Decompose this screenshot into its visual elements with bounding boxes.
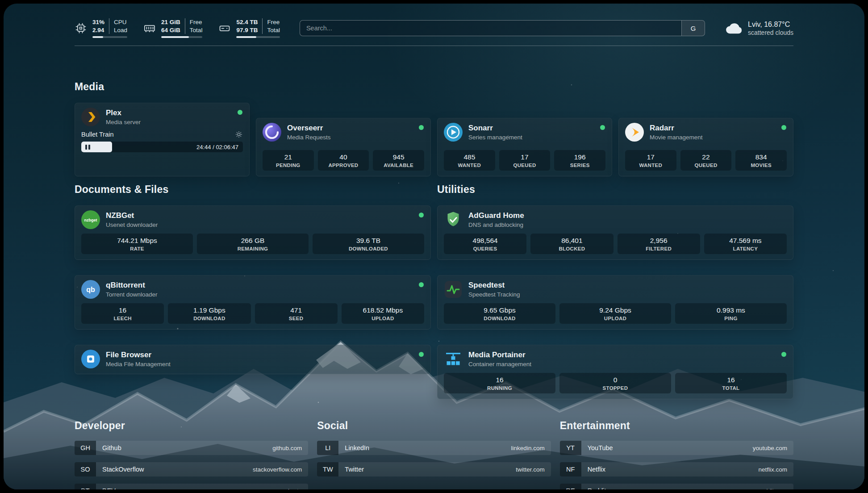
stat-label: RUNNING [487, 385, 512, 391]
service-subtitle: Speedtest Tracking [468, 291, 520, 298]
stat-label: AVAILABLE [384, 163, 413, 168]
bookmark-name: YouTube [588, 444, 613, 451]
plex-link[interactable]: Plex Media server [81, 108, 243, 126]
search-provider-button[interactable]: G [681, 21, 705, 36]
stat-label: SEED [289, 316, 304, 321]
nzbget-link[interactable]: nzbget NZBGet Usenet downloader [81, 210, 424, 229]
stat-label: FILTERED [646, 246, 672, 251]
stat: 21PENDING [263, 150, 314, 171]
playback-progress-bar[interactable]: 24:44 / 02:06:47 [81, 142, 243, 152]
stat: 498,564QUERIES [444, 234, 526, 254]
stat-label: SERIES [570, 163, 590, 168]
stat-value: 40 [339, 153, 347, 161]
stat-label: LEECH [113, 316, 131, 321]
card-plex: Plex Media server Bullet Train [75, 103, 250, 176]
stat: 744.21 MbpsRATE [81, 234, 193, 254]
media-card-grid: Plex Media server Bullet Train [75, 103, 793, 176]
stat-label: LATENCY [733, 246, 758, 251]
status-dot [419, 282, 424, 287]
stat-label: STOPPED [603, 385, 628, 391]
card-speedtest: Speedtest Speedtest Tracking 9.65 GbpsDO… [437, 275, 793, 330]
speedtest-icon [444, 280, 463, 299]
stat-value: 17 [647, 153, 655, 161]
overseerr-link[interactable]: Overseerr Media Requests [263, 123, 424, 142]
stat-value: 2,956 [650, 237, 668, 245]
stat-value: 485 [463, 153, 475, 161]
developer-column: Developer GH Github github.com SO StackO… [75, 420, 308, 489]
speedtest-link[interactable]: Speedtest Speedtest Tracking [444, 280, 787, 299]
section-title-utilities: Utilities [437, 184, 793, 196]
stat: 17WANTED [625, 150, 676, 171]
service-subtitle: Series management [468, 134, 522, 141]
stat-label: PENDING [276, 163, 300, 168]
bookmark-reddit[interactable]: RE Reddit reddit.com [560, 484, 793, 489]
stat: 0STOPPED [559, 373, 671, 393]
bookmark-netflix[interactable]: NF Netflix netflix.com [560, 462, 793, 476]
cpu-icon [75, 22, 87, 34]
bookmark-name: Twitter [345, 466, 364, 473]
bookmark-youtube[interactable]: YT YouTube youtube.com [560, 441, 793, 455]
stat: 485WANTED [444, 150, 495, 171]
bookmark-abbr: DT [75, 484, 96, 489]
card-sonarr: Sonarr Series management 485WANTED 17QUE… [437, 118, 612, 176]
portainer-link[interactable]: Media Portainer Container management [444, 350, 787, 368]
status-dot [781, 352, 786, 357]
bookmark-abbr: YT [560, 441, 581, 455]
stat-value: 744.21 Mbps [117, 237, 157, 245]
ram-total-label: Total [190, 26, 203, 34]
stat-value: 266 GB [241, 237, 265, 245]
stat-value: 1.19 Gbps [193, 306, 225, 314]
documents-column: Documents & Files nzbget NZBGet Usenet d… [75, 184, 431, 399]
cpu-widget: 31% 2.94 CPU Load [75, 18, 127, 38]
svg-text:qb: qb [86, 286, 95, 293]
pause-icon[interactable] [85, 145, 90, 150]
bookmark-name: StackOverflow [102, 466, 144, 473]
cpu-label: CPU [114, 18, 127, 26]
service-subtitle: Media File Management [106, 361, 171, 368]
stat-label: RATE [130, 246, 144, 251]
stat: 22QUEUED [680, 150, 732, 171]
search-input[interactable] [300, 21, 681, 36]
stat-label: APPROVED [329, 163, 359, 168]
stat: 40APPROVED [318, 150, 369, 171]
adguard-link[interactable]: AdGuard Home DNS and adblocking [444, 210, 787, 229]
bookmark-github[interactable]: GH Github github.com [75, 441, 308, 455]
stat-value: 9.24 Gbps [599, 306, 631, 314]
stat-value: 498,564 [473, 237, 498, 245]
social-column: Social LI LinkedIn linkedin.com TW Twitt… [317, 420, 551, 489]
section-title-media: Media [75, 81, 793, 93]
bookmark-linkedin[interactable]: LI LinkedIn linkedin.com [317, 441, 551, 455]
bookmark-stackoverflow[interactable]: SO StackOverflow stackoverflow.com [75, 462, 308, 476]
stat: 39.6 TBDOWNLOADED [313, 234, 424, 254]
bookmark-url: dev.to [286, 488, 302, 490]
stat-label: QUEUED [694, 163, 717, 168]
stat: 16TOTAL [675, 373, 787, 393]
service-name: Overseerr [287, 124, 331, 133]
stat: 1.19 GbpsDOWNLOAD [168, 303, 250, 324]
qbittorrent-link[interactable]: qb qBittorrent Torrent downloader [81, 280, 424, 299]
stat-label: PING [724, 316, 737, 321]
status-dot [600, 125, 605, 130]
stat-label: DOWNLOADED [349, 246, 388, 251]
bookmark-url: reddit.com [759, 488, 787, 490]
bookmark-abbr: SO [75, 462, 96, 476]
stat: 618.52 MbpsUPLOAD [342, 303, 424, 324]
weather-condition: scattered clouds [748, 29, 793, 36]
stat: 0.993 msPING [675, 303, 787, 324]
service-name: Sonarr [468, 124, 522, 133]
weather-widget: Lviv, 16.87°C scattered clouds [725, 20, 793, 36]
disk-total-value: 97.9 TB [236, 26, 258, 34]
service-name: Speedtest [468, 281, 520, 290]
settings-gear-icon[interactable] [235, 130, 243, 138]
filebrowser-link[interactable]: File Browser Media File Management [81, 350, 424, 368]
stat-value: 618.52 Mbps [363, 306, 403, 314]
sonarr-link[interactable]: Sonarr Series management [444, 123, 605, 142]
stat-value: 86,401 [561, 237, 582, 245]
qbittorrent-icon: qb [81, 280, 100, 299]
radarr-link[interactable]: Radarr Movie management [625, 123, 787, 142]
bookmark-twitter[interactable]: TW Twitter twitter.com [317, 462, 551, 476]
stat-label: UPLOAD [604, 316, 626, 321]
stat-value: 0 [613, 376, 618, 384]
bookmark-dev[interactable]: DT DEV dev.to [75, 484, 308, 489]
stat-value: 16 [119, 306, 126, 314]
